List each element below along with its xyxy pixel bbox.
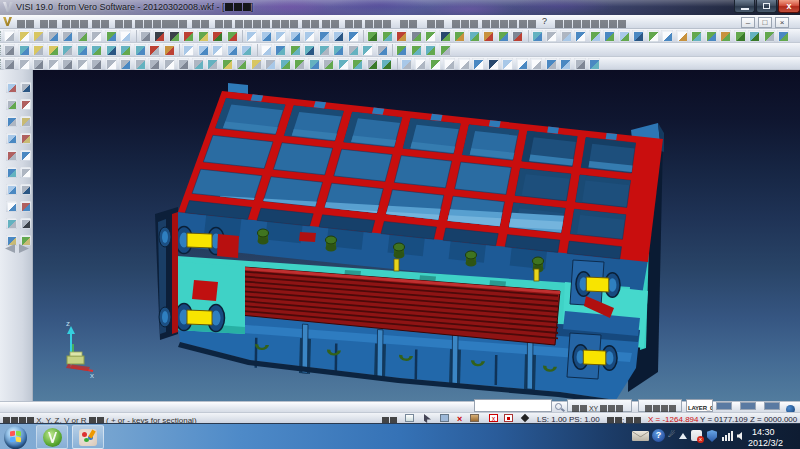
svg-text:z: z [66,319,70,328]
svg-text:x: x [90,371,94,380]
